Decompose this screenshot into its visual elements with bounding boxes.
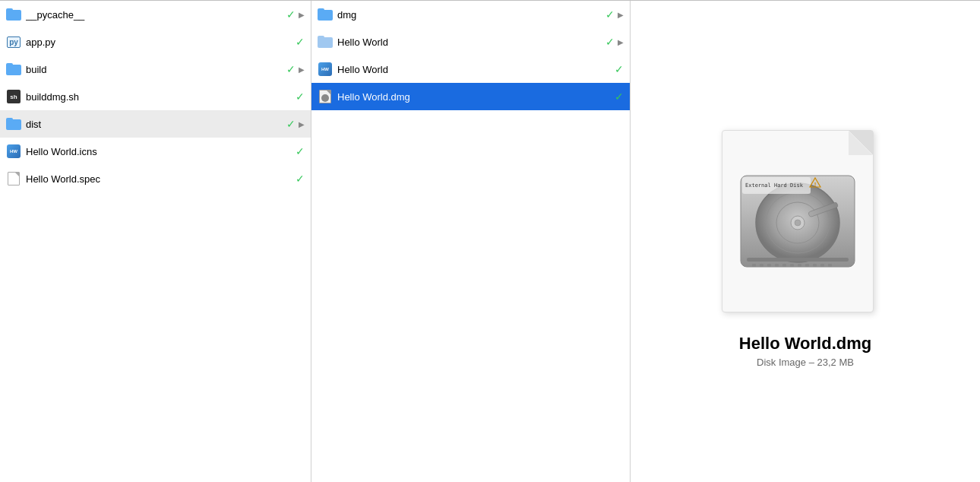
preview-panel: External Hard Disk ! Hello World.dmg Dis…	[631, 1, 980, 482]
folder-icon	[6, 62, 21, 77]
file-name: app.py	[26, 36, 292, 48]
svg-rect-8	[752, 264, 756, 267]
svg-point-5	[795, 220, 801, 226]
svg-rect-13	[790, 264, 794, 267]
file-name: dmg	[337, 9, 602, 21]
file-name: Hello World	[337, 36, 602, 48]
file-name: Hello World	[337, 64, 612, 75]
file-name: builddmg.sh	[26, 91, 292, 103]
list-item[interactable]: HW Hello World ✓	[311, 55, 630, 83]
svg-text:External Hard Disk: External Hard Disk	[745, 182, 804, 189]
svg-rect-17	[820, 264, 824, 267]
finder-window: __pycache__ ✓ ▶ py app.py ✓ build ✓	[0, 0, 980, 482]
list-item[interactable]: dmg ✓ ▶	[311, 1, 630, 28]
chevron-right-icon: ▶	[618, 38, 624, 46]
folder-icon	[318, 34, 333, 49]
sync-check-icon: ✓	[296, 145, 305, 157]
svg-rect-18	[828, 264, 832, 267]
list-item[interactable]: py app.py ✓	[0, 28, 311, 55]
preview-disk-graphic: External Hard Disk !	[733, 160, 862, 290]
app-icon-file-icon: HW	[6, 144, 21, 159]
list-item[interactable]: HW Hello World.icns ✓	[0, 138, 311, 165]
file-name: build	[26, 64, 283, 75]
sync-check-icon: ✓	[286, 118, 296, 130]
list-item[interactable]: dist ✓ ▶	[0, 110, 311, 138]
svg-rect-9	[760, 264, 763, 267]
list-item[interactable]: build ✓ ▶	[0, 55, 311, 83]
chevron-right-icon: ▶	[299, 11, 305, 19]
folder-icon	[6, 116, 21, 132]
python-file-icon: py	[6, 34, 21, 49]
sync-check-icon: ✓	[296, 173, 305, 185]
sync-check-icon: ✓	[296, 90, 305, 103]
chevron-right-icon: ▶	[299, 65, 305, 74]
preview-file-icon: External Hard Disk !	[722, 115, 889, 312]
svg-rect-15	[805, 264, 809, 267]
app-icon: HW	[318, 62, 333, 77]
sync-check-icon: ✓	[605, 36, 615, 48]
file-name: Hello World.dmg	[337, 91, 612, 103]
svg-rect-7	[747, 258, 849, 262]
svg-text:!: !	[814, 181, 817, 188]
preview-page-fold	[849, 131, 873, 155]
list-item[interactable]: Hello World ✓ ▶	[311, 28, 630, 55]
chevron-right-icon: ▶	[618, 11, 624, 19]
svg-rect-16	[813, 264, 817, 267]
list-item[interactable]: Hello World.dmg ✓	[311, 83, 630, 110]
folder-icon	[6, 7, 21, 22]
svg-rect-14	[798, 264, 801, 267]
svg-rect-12	[782, 264, 786, 267]
sync-check-icon: ✓	[615, 63, 624, 75]
list-item[interactable]: sh builddmg.sh ✓	[0, 83, 311, 110]
folder-icon	[318, 7, 333, 22]
chevron-right-icon: ▶	[299, 120, 305, 128]
doc-file-icon	[6, 171, 21, 186]
script-file-icon: sh	[6, 89, 21, 104]
sync-check-icon: ✓	[605, 8, 615, 21]
column-2: dmg ✓ ▶ Hello World ✓ ▶ HW Hello World	[311, 1, 631, 482]
file-name: Hello World.spec	[26, 173, 292, 185]
sync-check-icon: ✓	[615, 90, 624, 103]
list-item[interactable]: Hello World.spec ✓	[0, 165, 311, 192]
file-name: Hello World.icns	[26, 146, 292, 157]
preview-filename: Hello World.dmg	[739, 334, 871, 354]
file-name: __pycache__	[26, 9, 283, 21]
list-item[interactable]: __pycache__ ✓ ▶	[0, 1, 311, 28]
svg-rect-10	[767, 264, 771, 267]
dmg-file-icon	[318, 89, 333, 104]
preview-filetype: Disk Image – 23,2 MB	[757, 357, 854, 368]
column-1: __pycache__ ✓ ▶ py app.py ✓ build ✓	[0, 1, 311, 482]
svg-rect-11	[775, 264, 779, 267]
sync-check-icon: ✓	[286, 63, 296, 75]
sync-check-icon: ✓	[296, 36, 305, 48]
file-name: dist	[26, 119, 283, 130]
sync-check-icon: ✓	[286, 8, 296, 21]
